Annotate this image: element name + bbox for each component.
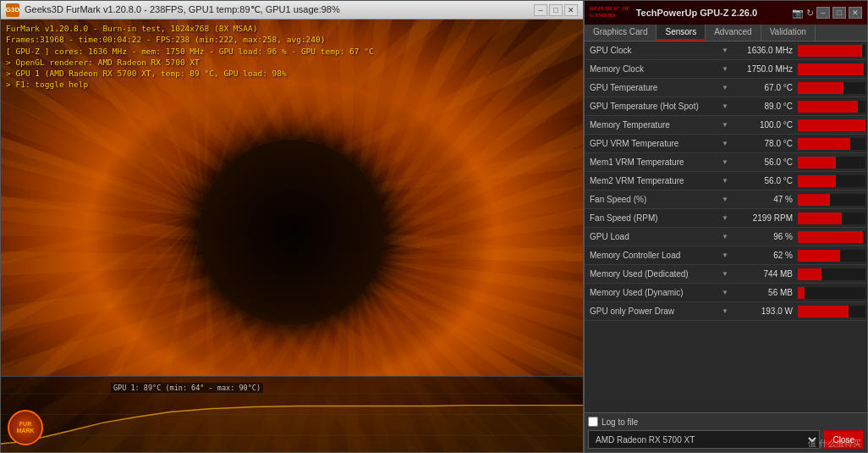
- sensor-dropdown-11[interactable]: ▼: [722, 251, 735, 259]
- furmark-title: Geeks3D FurMark v1.20.8.0 - 238FPS, GPU1…: [25, 4, 534, 15]
- sensor-dropdown-6[interactable]: ▼: [722, 158, 735, 166]
- sensor-bar-8: [798, 194, 830, 206]
- log-to-file-label: Log to file: [602, 417, 638, 427]
- sensor-bar-11: [798, 250, 840, 262]
- maximize-button[interactable]: □: [549, 4, 563, 16]
- sensor-bar-container-3: [798, 101, 865, 113]
- sensor-bar-2: [798, 82, 843, 94]
- sensor-dropdown-2[interactable]: ▼: [722, 84, 735, 91]
- tab-graphics-card[interactable]: Graphics Card: [585, 25, 656, 41]
- sensor-name-12: Memory Used (Dedicated): [586, 269, 722, 279]
- close-button[interactable]: ✕: [564, 4, 578, 16]
- furmark-logo: FURMARK: [8, 410, 43, 445]
- sensor-row: GPU Temperature ▼ 67.0 °C: [585, 79, 867, 97]
- sensor-row: Memory Used (Dynamic) ▼ 56 MB: [585, 284, 867, 302]
- overlay-line3: [ GPU-Z ] cores: 1636 MHz - mem: 1750 MH…: [6, 46, 374, 57]
- gpuz-title: TechPowerUp GPU-Z 2.26.0: [636, 8, 792, 18]
- sensor-dropdown-1[interactable]: ▼: [722, 65, 735, 73]
- sensor-row: GPU VRM Temperature ▼ 78.0 °C: [585, 135, 867, 153]
- gpuz-tab-bar: Graphics Card Sensors Advanced Validatio…: [585, 25, 867, 41]
- sensor-dropdown-4[interactable]: ▼: [722, 121, 735, 129]
- gpuz-window-controls: 📷 ↻ – □ ✕: [792, 7, 862, 19]
- gpu-selector[interactable]: AMD Radeon RX 5700 XT: [588, 430, 820, 449]
- tab-advanced[interactable]: Advanced: [706, 25, 761, 41]
- sensor-dropdown-13[interactable]: ▼: [722, 289, 735, 296]
- sensor-bar-3: [798, 101, 858, 113]
- sensor-name-1: Memory Clock: [586, 64, 722, 74]
- sensor-row: Fan Speed (%) ▼ 47 %: [585, 191, 867, 209]
- sensor-value-13: 56 MB: [735, 288, 796, 297]
- sensor-dropdown-3[interactable]: ▼: [722, 102, 735, 110]
- sensor-row: Memory Temperature ▼ 100.0 °C: [585, 116, 867, 135]
- sensor-bar-container-7: [798, 175, 865, 187]
- sensor-bar-container-5: [798, 138, 865, 150]
- sensor-name-0: GPU Clock: [586, 46, 722, 55]
- sensor-dropdown-7[interactable]: ▼: [722, 177, 735, 185]
- sensor-dropdown-10[interactable]: ▼: [722, 233, 735, 240]
- furmark-icon: G3D: [6, 3, 19, 17]
- gpuz-minimize-button[interactable]: –: [816, 7, 830, 19]
- sensor-value-0: 1636.0 MHz: [735, 46, 796, 55]
- sensor-name-11: Memory Controller Load: [586, 251, 722, 260]
- tab-validation[interactable]: Validation: [761, 25, 816, 41]
- sensor-name-6: Mem1 VRM Temperature: [586, 157, 722, 167]
- sensor-dropdown-5[interactable]: ▼: [722, 140, 735, 147]
- sensor-bar-container-1: [798, 64, 865, 75]
- sensor-bar-container-11: [798, 250, 865, 262]
- sensor-dropdown-8[interactable]: ▼: [722, 196, 735, 203]
- gpuz-maximize-button[interactable]: □: [832, 7, 846, 19]
- log-to-file-row: Log to file: [588, 417, 864, 427]
- furmark-overlay: FurMark v1.20.8.0 - Burn-in test, 1024x7…: [6, 23, 374, 91]
- overlay-line1: FurMark v1.20.8.0 - Burn-in test, 1024x7…: [6, 23, 374, 34]
- sensor-value-11: 62 %: [735, 251, 796, 260]
- sensor-value-3: 89.0 °C: [735, 102, 796, 111]
- graph-label: GPU 1: 89°C (min: 64° - max: 90°C): [111, 383, 263, 393]
- gpuz-window: REPUBLIC OFGAMERS TechPowerUp GPU-Z 2.26…: [584, 0, 868, 453]
- sensor-row: GPU Clock ▼ 1636.0 MHz: [585, 41, 867, 60]
- sensor-value-4: 100.0 °C: [735, 120, 796, 130]
- sensor-value-7: 56.0 °C: [735, 176, 796, 185]
- sensor-dropdown-0[interactable]: ▼: [722, 47, 735, 54]
- sensor-value-2: 67.0 °C: [735, 83, 796, 92]
- sensor-bar-container-0: [798, 45, 865, 57]
- screenshot-icon[interactable]: 📷: [792, 8, 804, 19]
- sensor-value-9: 2199 RPM: [735, 213, 796, 223]
- sensor-row: Mem1 VRM Temperature ▼ 56.0 °C: [585, 153, 867, 172]
- sensor-bar-container-4: [798, 119, 865, 131]
- sensor-row: Fan Speed (RPM) ▼ 2199 RPM: [585, 209, 867, 228]
- log-to-file-checkbox[interactable]: [588, 417, 598, 427]
- sensor-bar-container-8: [798, 194, 865, 206]
- sensor-bar-7: [798, 175, 836, 187]
- refresh-icon[interactable]: ↻: [806, 8, 814, 19]
- furmark-logo-text: FURMARK: [17, 421, 35, 434]
- sensor-bar-container-10: [798, 231, 865, 243]
- overlay-line5: > GPU 1 (AMD Radeon RX 5700 XT, temp: 89…: [6, 68, 374, 79]
- gpuz-titlebar: REPUBLIC OFGAMERS TechPowerUp GPU-Z 2.26…: [585, 1, 867, 25]
- sensor-dropdown-14[interactable]: ▼: [722, 307, 735, 315]
- sensor-row: GPU Load ▼ 96 %: [585, 228, 867, 246]
- sensor-bar-container-12: [798, 268, 865, 280]
- overlay-line4: > OpenGL renderer: AMD Radeon RX 5700 XT: [6, 57, 374, 68]
- tab-sensors[interactable]: Sensors: [656, 25, 706, 41]
- gpuz-close-button[interactable]: ✕: [849, 7, 862, 19]
- sensor-row: GPU only Power Draw ▼ 193.0 W: [585, 302, 867, 321]
- sensor-bar-4: [798, 119, 865, 131]
- sensor-dropdown-12[interactable]: ▼: [722, 270, 735, 278]
- temperature-graph: GPU 1: 89°C (min: 64° - max: 90°C): [1, 376, 583, 452]
- sensor-value-14: 193.0 W: [735, 307, 796, 316]
- sensor-name-8: Fan Speed (%): [586, 195, 722, 204]
- sensor-dropdown-9[interactable]: ▼: [722, 214, 735, 222]
- minimize-button[interactable]: –: [534, 4, 547, 16]
- graph-svg: [1, 377, 583, 452]
- sensor-name-3: GPU Temperature (Hot Spot): [586, 102, 722, 111]
- sensors-panel: GPU Clock ▼ 1636.0 MHz Memory Clock ▼ 17…: [585, 41, 867, 412]
- sensor-name-10: GPU Load: [586, 232, 722, 241]
- sensor-row: Mem2 VRM Temperature ▼ 56.0 °C: [585, 172, 867, 191]
- sensor-bar-9: [798, 213, 842, 224]
- sensor-name-13: Memory Used (Dynamic): [586, 288, 722, 297]
- sensor-bar-container-13: [798, 287, 865, 299]
- sensor-value-8: 47 %: [735, 195, 796, 204]
- sensor-name-7: Mem2 VRM Temperature: [586, 176, 722, 185]
- sensor-bar-5: [798, 138, 850, 150]
- sensor-bar-13: [798, 287, 805, 299]
